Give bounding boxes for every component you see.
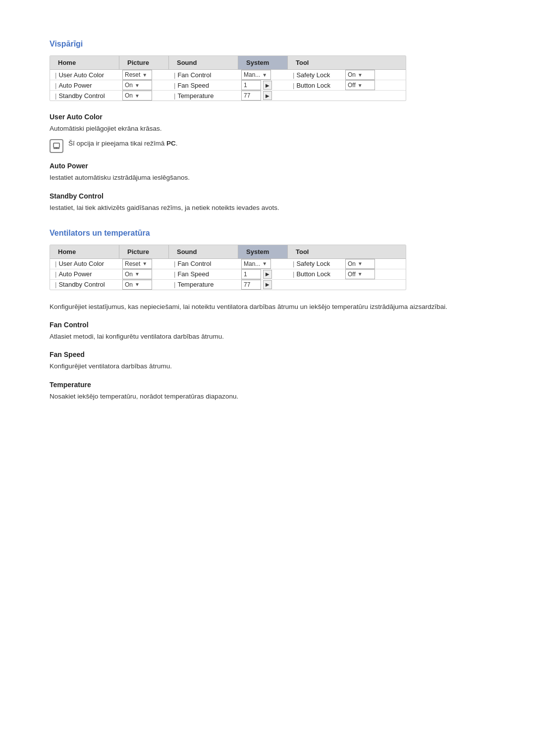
pipe-icon: |: [55, 281, 56, 288]
t2-temperature-next-btn[interactable]: ▶: [263, 280, 272, 289]
reset-value: Reset: [125, 71, 140, 78]
t2r3-col6-ctrl: [342, 280, 377, 290]
t2r2-col4-ctrl[interactable]: 1 ▶: [238, 269, 288, 279]
safety-lock-select[interactable]: On ▼: [345, 70, 375, 80]
pipe-icon: |: [293, 270, 294, 278]
button-lock-select[interactable]: Off ▼: [345, 80, 375, 90]
t2r1-col4-ctrl[interactable]: Man... ▼: [238, 259, 288, 269]
section2-title: Ventilators un temperatūra: [50, 229, 485, 238]
t2r1-col6-ctrl[interactable]: On ▼: [342, 259, 378, 269]
note-text: Šī opcija ir pieejama tikai režīmā PC.: [68, 139, 178, 149]
header-home-2[interactable]: Home: [50, 245, 119, 258]
fan-control-value: Man...: [244, 71, 260, 78]
table1-row3: |Standby Control On ▼ |Temperature 77 ▶: [50, 91, 406, 101]
user-auto-color-body: Automātiski pielāgojiet ekrāna krāsas.: [50, 124, 485, 134]
row2-col5-label: |Button Lock: [288, 80, 342, 90]
t2-temperature-value: 77: [244, 281, 250, 288]
t2r3-col4-ctrl[interactable]: 77 ▶: [238, 280, 288, 290]
t2r1-col3-label: |Fan Control: [169, 259, 238, 269]
standby-control-body: Iestatiet, lai tiek aktivizēts gaidīšana…: [50, 203, 485, 213]
fan-speed-next-btn[interactable]: ▶: [263, 81, 272, 90]
dropdown-arrow: ▼: [358, 271, 363, 277]
table2-row2: |Auto Power On ▼ |Fan Speed 1 ▶ |Button …: [50, 269, 406, 280]
row1-col4-ctrl[interactable]: Man... ▼: [238, 70, 288, 80]
row2-col4-ctrl[interactable]: 1 ▶: [238, 80, 288, 90]
row3-col2-ctrl[interactable]: On ▼: [119, 91, 169, 101]
row2-col3-label: |Fan Speed: [169, 80, 238, 90]
section1-title: Vispārīgi: [50, 40, 485, 49]
pipe-icon: |: [174, 270, 175, 278]
t2-safety-lock-value: On: [348, 260, 356, 267]
t2-fan-speed-next-btn[interactable]: ▶: [263, 270, 272, 279]
row1-col6-ctrl[interactable]: On ▼: [342, 70, 378, 80]
dropdown-arrow: ▼: [135, 271, 140, 277]
t2-reset-value: Reset: [125, 260, 140, 267]
t2-safety-lock-select[interactable]: On ▼: [345, 259, 375, 269]
header-tool-1[interactable]: Tool: [288, 56, 377, 69]
header-home-1[interactable]: Home: [50, 56, 119, 69]
t2r2-col5-label: |Button Lock: [288, 269, 342, 279]
t2-auto-power-select[interactable]: On ▼: [122, 269, 152, 279]
menu-table-2: Home Picture Sound System Tool |User Aut…: [50, 245, 406, 290]
fan-speed-value-box: 1: [241, 80, 261, 90]
t2-temperature-value-box: 77: [241, 280, 261, 290]
header-picture-1[interactable]: Picture: [119, 56, 169, 69]
t2r2-col3-label: |Fan Speed: [169, 269, 238, 279]
auto-power-select[interactable]: On ▼: [122, 80, 152, 90]
pipe-icon: |: [293, 260, 294, 267]
svg-rect-0: [54, 143, 59, 148]
pipe-icon: |: [293, 82, 294, 89]
t2-standby-select[interactable]: On ▼: [122, 280, 152, 290]
reset-select[interactable]: Reset ▼: [122, 70, 152, 80]
t2-button-lock-select[interactable]: Off ▼: [345, 269, 375, 279]
standby-select[interactable]: On ▼: [122, 91, 152, 101]
fan-speed-body: Konfigurējiet ventilatora darbības ātrum…: [50, 361, 485, 371]
menu-header-2: Home Picture Sound System Tool: [50, 245, 406, 259]
row3-col4-ctrl[interactable]: 77 ▶: [238, 91, 288, 101]
row1-col2-ctrl[interactable]: Reset ▼: [119, 70, 169, 80]
menu-header-1: Home Picture Sound System Tool: [50, 56, 406, 70]
header-picture-2[interactable]: Picture: [119, 245, 169, 258]
fan-speed-value: 1: [244, 82, 247, 89]
auto-power-title: Auto Power: [50, 162, 485, 170]
t2-fan-speed-value: 1: [244, 271, 247, 278]
header-sound-1[interactable]: Sound: [169, 56, 238, 69]
row1-col1-label: |User Auto Color: [50, 70, 119, 80]
subsection-user-auto-color: User Auto Color Automātiski pielāgojiet …: [50, 113, 485, 153]
temperature-next-btn[interactable]: ▶: [263, 91, 272, 100]
header-tool-2[interactable]: Tool: [288, 245, 377, 258]
note-icon: [50, 139, 63, 153]
dropdown-arrow: ▼: [142, 72, 147, 78]
fan-control-select[interactable]: Man... ▼: [241, 70, 271, 80]
t2r3-col2-ctrl[interactable]: On ▼: [119, 280, 169, 290]
t2-reset-select[interactable]: Reset ▼: [122, 259, 152, 269]
subsection-standby-control: Standby Control Iestatiet, lai tiek akti…: [50, 192, 485, 213]
t2r1-col2-ctrl[interactable]: Reset ▼: [119, 259, 169, 269]
t2r2-col6-ctrl[interactable]: Off ▼: [342, 269, 378, 279]
t2r1-col5-label: |Safety Lock: [288, 259, 342, 269]
row2-col2-ctrl[interactable]: On ▼: [119, 80, 169, 90]
t2-button-lock-value: Off: [348, 271, 356, 278]
t2-fan-control-select[interactable]: Man... ▼: [241, 259, 271, 269]
table2-row1: |User Auto Color Reset ▼ |Fan Control Ma…: [50, 259, 406, 269]
t2-fan-speed-value-box: 1: [241, 269, 261, 279]
standby-control-title: Standby Control: [50, 192, 485, 200]
header-sound-2[interactable]: Sound: [169, 245, 238, 258]
dropdown-arrow: ▼: [262, 72, 267, 78]
row1-col5-label: |Safety Lock: [288, 70, 342, 80]
subsection-fan-control: Fan Control Atlasiet metodi, lai konfigu…: [50, 321, 485, 342]
table1-row2: |Auto Power On ▼ |Fan Speed 1 ▶ |Button …: [50, 80, 406, 91]
pipe-icon: |: [55, 92, 56, 100]
dropdown-arrow: ▼: [262, 261, 267, 266]
header-system-2[interactable]: System: [238, 245, 288, 258]
pipe-icon: |: [55, 71, 56, 79]
table2-row3: |Standby Control On ▼ |Temperature 77 ▶: [50, 280, 406, 290]
t2r2-col2-ctrl[interactable]: On ▼: [119, 269, 169, 279]
menu-table-1: Home Picture Sound System Tool |User Aut…: [50, 55, 406, 101]
row2-col6-ctrl[interactable]: Off ▼: [342, 80, 378, 90]
button-lock-value: Off: [348, 82, 356, 89]
row3-col6-ctrl: [342, 91, 377, 101]
table1-row1: |User Auto Color Reset ▼ |Fan Control Ma…: [50, 70, 406, 80]
row3-col1-label: |Standby Control: [50, 91, 119, 101]
header-system-1[interactable]: System: [238, 56, 288, 69]
